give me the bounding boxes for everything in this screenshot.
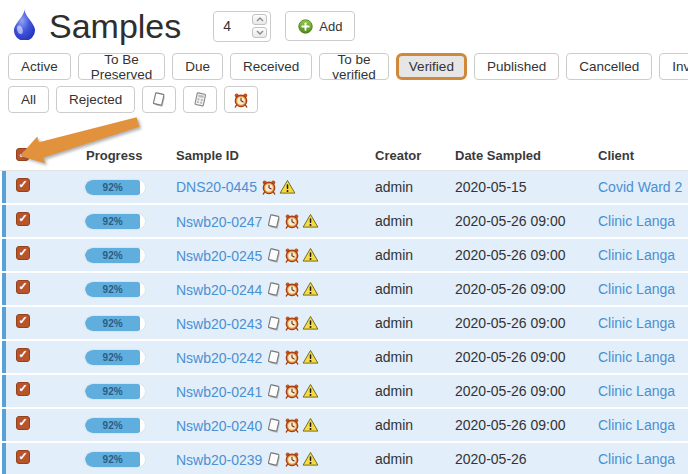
col-header-creator[interactable]: Creator — [368, 148, 448, 163]
filter-button-published[interactable]: Published — [474, 53, 559, 80]
row-select-cell — [2, 246, 78, 264]
sample-status-icons — [266, 383, 319, 400]
spin-up-button[interactable] — [252, 14, 267, 25]
progress-value: 92% — [103, 182, 123, 193]
sample-id-link[interactable]: Nswb20-0243 — [176, 316, 262, 332]
sample-status-icons — [266, 281, 319, 298]
filter-button-received[interactable]: Received — [230, 53, 312, 80]
table-row: 92% Nswb20-0247 admin 2020-05-26 09:00 C… — [2, 205, 688, 237]
row-select-cell — [2, 416, 78, 434]
row-checkbox[interactable] — [16, 450, 30, 464]
row-checkbox[interactable] — [16, 212, 30, 226]
progress-bar: 92% — [84, 417, 146, 434]
sample-id-link[interactable]: Nswb20-0242 — [176, 350, 262, 366]
filter-button-cancelled[interactable]: Cancelled — [566, 53, 652, 80]
add-button[interactable]: Add — [285, 11, 355, 41]
client-link[interactable]: Covid Ward 2 — [598, 179, 682, 195]
row-sample-cell: Nswb20-0242 — [168, 349, 368, 366]
filter-button-rejected[interactable]: Rejected — [56, 86, 135, 113]
row-checkbox[interactable] — [16, 348, 30, 362]
warning-icon — [302, 417, 319, 434]
progress-value: 92% — [103, 250, 123, 261]
row-checkbox[interactable] — [16, 280, 30, 294]
sample-id-link[interactable]: Nswb20-0244 — [176, 282, 262, 298]
copy-icon — [266, 213, 282, 230]
warning-icon — [302, 213, 319, 230]
sample-status-icons — [266, 417, 319, 434]
sample-id-link[interactable]: Nswb20-0245 — [176, 248, 262, 264]
sample-id-link[interactable]: Nswb20-0239 — [176, 452, 262, 468]
client-link[interactable]: Clinic Langa — [598, 383, 675, 399]
progress-bar: 92% — [84, 451, 146, 468]
status-filter-row: ActiveTo Be PreservedDueReceivedTo be ve… — [0, 47, 688, 80]
warning-icon — [302, 451, 319, 468]
client-link[interactable]: Clinic Langa — [598, 213, 675, 229]
row-creator-cell: admin — [368, 383, 448, 399]
row-checkbox[interactable] — [16, 314, 30, 328]
alarm-clock-icon — [284, 349, 300, 366]
row-creator-cell: admin — [368, 451, 448, 467]
copy-icon — [266, 451, 282, 468]
table-row: 92% Nswb20-0241 admin 2020-05-26 09:00 C… — [2, 375, 688, 407]
filter-button-active[interactable]: Active — [8, 53, 71, 80]
row-checkbox[interactable] — [16, 246, 30, 260]
sample-id-link[interactable]: DNS20-0445 — [176, 179, 257, 195]
col-header-progress[interactable]: Progress — [78, 148, 168, 163]
row-checkbox[interactable] — [16, 178, 30, 192]
warning-icon — [279, 179, 296, 195]
row-client-cell: Clinic Langa — [580, 315, 688, 331]
calculator-filter-button[interactable] — [183, 86, 217, 113]
col-header-date-sampled[interactable]: Date Sampled — [448, 148, 580, 163]
client-link[interactable]: Clinic Langa — [598, 349, 675, 365]
row-progress-cell: 92% — [78, 315, 168, 332]
table-row: 92% DNS20-0445 admin 2020-05-15 Covid Wa… — [2, 171, 688, 203]
client-link[interactable]: Clinic Langa — [598, 417, 675, 433]
copy-icon — [266, 315, 282, 332]
row-progress-cell: 92% — [78, 213, 168, 230]
copy-icon — [266, 281, 282, 298]
copy-icon — [266, 383, 282, 400]
row-date-sampled-cell: 2020-05-26 09:00 — [448, 349, 580, 365]
client-link[interactable]: Clinic Langa — [598, 247, 675, 263]
sample-id-link[interactable]: Nswb20-0247 — [176, 214, 262, 230]
col-header-sample-id[interactable]: Sample ID — [168, 148, 368, 163]
row-creator-cell: admin — [368, 417, 448, 433]
filter-button-invalid[interactable]: Invalid — [659, 53, 688, 80]
row-sample-cell: Nswb20-0243 — [168, 315, 368, 332]
warning-icon — [302, 281, 319, 298]
row-checkbox[interactable] — [16, 416, 30, 430]
batch-size-input[interactable]: 4 — [213, 11, 271, 42]
client-link[interactable]: Clinic Langa — [598, 281, 675, 297]
filter-button-to-be-preserved[interactable]: To Be Preserved — [78, 53, 166, 80]
row-progress-cell: 92% — [78, 451, 168, 468]
client-link[interactable]: Clinic Langa — [598, 451, 675, 467]
row-progress-cell: 92% — [78, 247, 168, 264]
filter-button-verified[interactable]: Verified — [396, 53, 467, 80]
row-select-cell — [2, 314, 78, 332]
table-row: 92% Nswb20-0240 admin 2020-05-26 09:00 C… — [2, 409, 688, 441]
spin-down-button[interactable] — [252, 27, 267, 38]
client-link[interactable]: Clinic Langa — [598, 315, 675, 331]
filter-button-all[interactable]: All — [8, 86, 49, 113]
row-date-sampled-cell: 2020-05-26 09:00 — [448, 213, 580, 229]
sample-id-link[interactable]: Nswb20-0240 — [176, 418, 262, 434]
batch-size-value[interactable]: 4 — [223, 18, 252, 34]
row-select-cell — [2, 212, 78, 230]
row-select-cell — [2, 348, 78, 366]
row-creator-cell: admin — [368, 213, 448, 229]
copy-filter-button[interactable] — [142, 86, 176, 113]
row-creator-cell: admin — [368, 315, 448, 331]
copy-icon — [266, 417, 282, 434]
alarm-clock-filter-button[interactable] — [224, 86, 258, 113]
col-header-client[interactable]: Client — [580, 148, 688, 163]
select-all-checkbox[interactable] — [16, 148, 29, 161]
progress-value: 92% — [103, 420, 123, 431]
sample-id-link[interactable]: Nswb20-0241 — [176, 384, 262, 400]
filter-button-to-be-verified[interactable]: To be verified — [319, 53, 389, 80]
filter-button-due[interactable]: Due — [172, 53, 223, 80]
copy-icon — [266, 247, 282, 264]
row-checkbox[interactable] — [16, 382, 30, 396]
progress-bar: 92% — [84, 213, 146, 230]
row-client-cell: Clinic Langa — [580, 213, 688, 229]
row-client-cell: Covid Ward 2 — [580, 179, 688, 195]
